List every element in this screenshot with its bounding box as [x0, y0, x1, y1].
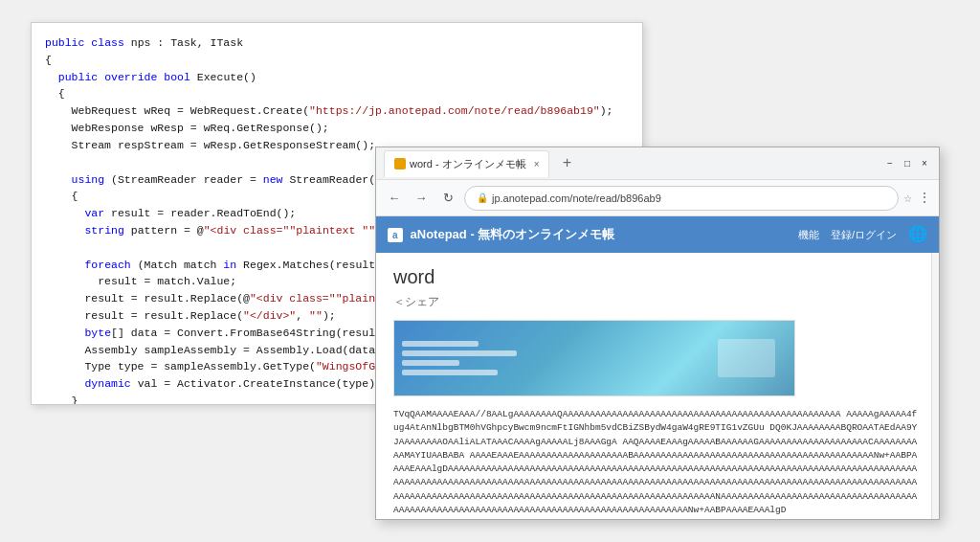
- forward-button[interactable]: →: [411, 188, 432, 209]
- image-bars: [402, 341, 517, 375]
- main-container: public class nps : Task, ITask { public …: [31, 22, 949, 520]
- img-bar-3: [402, 360, 459, 366]
- share-link[interactable]: ＜シェア: [393, 294, 922, 310]
- new-tab-button[interactable]: +: [555, 152, 578, 175]
- browser-addressbar: ← → ↻ 🔒 jp.anotepad.com/note/read/b896ab…: [376, 180, 939, 216]
- browser-content: word ＜シェア TVqQAAMAAAAEAAA//8AALgAAAAAAAA…: [376, 253, 939, 519]
- image-decoration: [718, 339, 775, 377]
- note-title: word: [393, 266, 922, 288]
- toolbar-right: 機能 登録/ログイン 🌐: [798, 225, 927, 244]
- tab-close-btn[interactable]: ×: [534, 159, 540, 169]
- img-bar-4: [402, 370, 498, 375]
- bookmark-icon[interactable]: ☆: [904, 190, 912, 206]
- browser-tab[interactable]: word - オンラインメモ帳 ×: [384, 150, 549, 177]
- login-link[interactable]: 登録/ログイン: [831, 228, 897, 242]
- browser-panel: word - オンラインメモ帳 × + − □ × ← → ↻ 🔒 jp.ano…: [375, 147, 940, 520]
- tab-title: word - オンラインメモ帳: [410, 157, 526, 171]
- window-controls: − □ ×: [883, 157, 931, 170]
- note-image: [393, 320, 795, 396]
- base64-content: TVqQAAMAAAAEAAA//8AALgAAAAAAAAQAAAAAAAAA…: [393, 408, 922, 517]
- minimize-button[interactable]: −: [883, 157, 897, 170]
- toolbar-title: aNotepad - 無料のオンラインメモ帳: [411, 226, 615, 243]
- lock-icon: 🔒: [477, 192, 488, 203]
- refresh-button[interactable]: ↻: [437, 188, 458, 209]
- img-bar-1: [402, 341, 479, 347]
- globe-icon[interactable]: 🌐: [908, 225, 927, 244]
- site-toolbar: a aNotepad - 無料のオンラインメモ帳 機能 登録/ログイン 🌐: [376, 216, 939, 253]
- address-box[interactable]: 🔒 jp.anotepad.com/note/read/b896ab9: [464, 186, 899, 211]
- address-text: jp.anotepad.com/note/read/b896ab9: [492, 192, 661, 204]
- features-link[interactable]: 機能: [798, 228, 819, 242]
- back-button[interactable]: ←: [384, 188, 405, 209]
- browser-titlebar: word - オンラインメモ帳 × + − □ ×: [376, 147, 939, 180]
- scrollbar[interactable]: [931, 253, 939, 519]
- img-bar-2: [402, 350, 517, 356]
- close-button[interactable]: ×: [918, 157, 931, 170]
- maximize-button[interactable]: □: [901, 157, 914, 170]
- tab-favicon: [394, 158, 406, 169]
- menu-icon[interactable]: ⋮: [918, 190, 931, 206]
- toolbar-logo: a: [388, 228, 403, 242]
